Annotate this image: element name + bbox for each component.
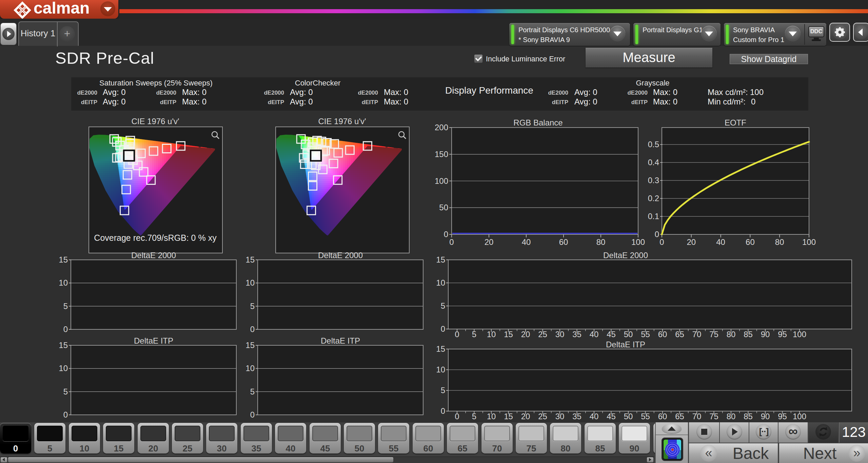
svg-text:60: 60: [559, 237, 568, 247]
svg-text:20: 20: [485, 237, 494, 247]
svg-text:CIE 1976 u'v': CIE 1976 u'v': [131, 117, 179, 126]
svg-text:0.3: 0.3: [648, 176, 659, 185]
svg-text:100: 100: [631, 237, 645, 247]
svg-text:40: 40: [522, 237, 531, 247]
svg-text:0: 0: [444, 230, 448, 239]
svg-text:5: 5: [441, 386, 445, 395]
svg-text:0: 0: [449, 237, 454, 247]
svg-text:5: 5: [63, 387, 68, 396]
svg-text:EOTF: EOTF: [725, 118, 746, 127]
svg-text:15: 15: [436, 255, 445, 264]
svg-text:0: 0: [250, 410, 255, 419]
svg-text:0: 0: [63, 325, 68, 334]
svg-text:10: 10: [59, 364, 68, 373]
svg-text:20: 20: [687, 237, 696, 247]
svg-text:150: 150: [435, 150, 448, 159]
svg-text:Coverage rec.709/sRGB: 0 % xy: Coverage rec.709/sRGB: 0 % xy: [94, 233, 217, 243]
svg-text:DeltaE 2000: DeltaE 2000: [131, 251, 176, 260]
svg-text:5: 5: [441, 301, 445, 310]
svg-text:0: 0: [63, 410, 68, 419]
svg-text:RGB Balance: RGB Balance: [513, 118, 563, 127]
svg-text:0: 0: [655, 230, 659, 239]
svg-text:15: 15: [436, 344, 445, 353]
svg-text:0: 0: [250, 325, 255, 334]
svg-text:5: 5: [63, 302, 68, 311]
svg-text:10: 10: [245, 278, 255, 287]
svg-text:100: 100: [802, 237, 816, 247]
svg-text:0.2: 0.2: [648, 194, 659, 203]
svg-text:5: 5: [250, 302, 255, 311]
svg-text:0: 0: [659, 237, 664, 247]
svg-text:40: 40: [716, 237, 725, 247]
svg-text:15: 15: [245, 341, 255, 350]
svg-text:10: 10: [436, 278, 445, 287]
svg-text:10: 10: [59, 278, 68, 287]
svg-text:DeltaE ITP: DeltaE ITP: [606, 340, 645, 349]
svg-text:10: 10: [245, 364, 255, 373]
svg-text:DeltaE 2000: DeltaE 2000: [318, 251, 363, 260]
svg-text:CIE 1976 u'v': CIE 1976 u'v': [318, 117, 366, 126]
svg-text:0.4: 0.4: [648, 158, 659, 167]
svg-text:5: 5: [250, 387, 255, 396]
svg-text:80: 80: [596, 237, 606, 247]
svg-text:80: 80: [775, 237, 784, 247]
svg-text:DeltaE ITP: DeltaE ITP: [321, 336, 360, 345]
svg-text:10: 10: [436, 365, 445, 374]
svg-text:0.1: 0.1: [648, 212, 659, 221]
svg-text:100: 100: [435, 176, 448, 186]
svg-text:60: 60: [746, 237, 755, 247]
svg-text:15: 15: [59, 341, 68, 350]
svg-text:DeltaE 2000: DeltaE 2000: [603, 251, 648, 260]
svg-text:0.5: 0.5: [648, 140, 659, 149]
svg-text:50: 50: [439, 203, 448, 212]
svg-text:0: 0: [441, 324, 445, 333]
svg-text:200: 200: [435, 123, 448, 132]
svg-text:15: 15: [59, 255, 68, 264]
svg-text:0: 0: [441, 406, 445, 416]
svg-text:DeltaE ITP: DeltaE ITP: [134, 336, 173, 345]
svg-text:15: 15: [245, 255, 255, 264]
